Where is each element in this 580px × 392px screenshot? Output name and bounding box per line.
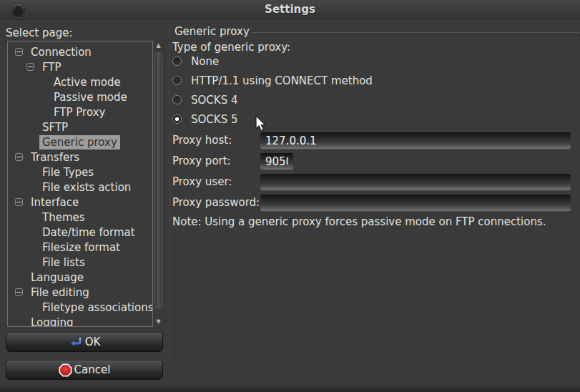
tree-item-passive-mode[interactable]: Passive mode <box>8 89 152 104</box>
radio-button-icon[interactable] <box>172 57 182 66</box>
tree-expander-icon[interactable]: − <box>26 63 34 71</box>
tree-item-label: SFTP <box>39 120 71 134</box>
tree-item-interface[interactable]: − Interface <box>8 195 152 210</box>
tree-item-label: FTP Proxy <box>51 105 108 119</box>
proxy-type-radios: None HTTP/1.1 using CONNECT method SOCKS… <box>170 52 579 129</box>
tree-item-filetype-associations[interactable]: Filetype associations <box>8 300 152 315</box>
tree-expander-icon[interactable]: − <box>15 288 23 296</box>
tree-item-ftp[interactable]: − FTP <box>8 59 152 74</box>
tree-expander-icon[interactable]: − <box>15 198 23 206</box>
tree-item-label: Interface <box>28 195 82 210</box>
tree-item-file-exists-action[interactable]: File exists action <box>8 180 152 195</box>
ok-button-label: OK <box>85 335 101 348</box>
field-label: Proxy password: <box>172 195 260 211</box>
tree-item-label: FTP <box>39 60 64 74</box>
tree-item-logging[interactable]: Logging <box>8 315 152 327</box>
tree-item-transfers[interactable]: − Transfers <box>8 150 152 165</box>
tree-item-ftp-proxy[interactable]: FTP Proxy <box>8 104 152 119</box>
tree-item-label: Filetype associations <box>39 300 153 315</box>
scrollbar-thumb[interactable] <box>154 52 162 308</box>
proxy-password-input[interactable] <box>260 195 571 211</box>
radio-option-label: SOCKS 4 <box>191 94 237 107</box>
tree-item-label: Date/time format <box>39 225 138 240</box>
cancel-button-label: Cancel <box>74 363 111 376</box>
proxy-port-input[interactable] <box>260 153 293 170</box>
group-box-title: Generic proxy <box>170 25 252 38</box>
tree-item-label: Language <box>28 270 87 285</box>
tree-item-label: Transfers <box>28 150 82 165</box>
window-title: Settings <box>0 3 580 16</box>
titlebar[interactable]: Settings <box>0 0 580 20</box>
tree-item-generic-proxy[interactable]: Generic proxy <box>8 134 152 150</box>
ok-button[interactable]: OK <box>6 332 163 352</box>
generic-proxy-panel: Generic proxy Type of generic proxy: Non… <box>169 26 579 363</box>
field-label: Proxy port: <box>172 153 231 170</box>
radio-option-socks-5[interactable]: SOCKS 5 <box>170 109 579 129</box>
radio-option-none[interactable]: None <box>170 52 579 71</box>
select-page-label: Select page: <box>6 26 73 39</box>
scroll-up-icon[interactable]: ▲ <box>154 42 163 49</box>
window-bottom-edge <box>0 386 580 392</box>
tree-expander-icon[interactable]: − <box>15 153 23 161</box>
radio-button-icon[interactable] <box>172 114 182 124</box>
tree-item-sftp[interactable]: SFTP <box>8 119 152 134</box>
tree-item-label: File Types <box>39 165 97 180</box>
tree-scrollbar[interactable]: ▲ ▼ <box>154 41 163 327</box>
tree-item-label: File lists <box>39 255 88 270</box>
cancel-button[interactable]: Cancel <box>6 360 163 380</box>
proxy-user-input[interactable] <box>260 174 571 190</box>
tree-item-filesize-format[interactable]: Filesize format <box>8 240 152 255</box>
tree-item-label: Themes <box>39 210 88 225</box>
form-field-row: Proxy port: <box>170 153 579 170</box>
group-box-border <box>252 32 579 33</box>
tree-item-label: Connection <box>28 45 94 59</box>
tree-item-label: File exists action <box>39 180 134 195</box>
tree-item-label: Passive mode <box>51 90 130 104</box>
form-field-row: Proxy password: <box>170 195 579 211</box>
radio-option-label: None <box>191 55 219 68</box>
tree-item-language[interactable]: Language <box>8 270 152 285</box>
radio-option-http-1-1-using-connect-method[interactable]: HTTP/1.1 using CONNECT method <box>170 71 579 90</box>
radio-button-icon[interactable] <box>172 95 182 104</box>
radio-option-label: HTTP/1.1 using CONNECT method <box>191 74 373 87</box>
scroll-down-icon[interactable]: ▼ <box>154 318 163 325</box>
radio-button-icon[interactable] <box>172 76 182 85</box>
form-field-row: Proxy host: <box>170 132 579 149</box>
tree-item-file-editing[interactable]: − File editing <box>8 285 152 300</box>
page-tree[interactable]: − Connection − FTP Active mode Passive m… <box>7 41 153 327</box>
form-field-row: Proxy user: <box>170 174 579 190</box>
tree-item-file-lists[interactable]: File lists <box>8 255 152 270</box>
tree-item-label: Generic proxy <box>39 135 120 150</box>
tree-item-date-time-format[interactable]: Date/time format <box>8 225 152 240</box>
settings-dialog: Settings Select page: − Connection − FTP… <box>0 0 580 392</box>
tree-item-themes[interactable]: Themes <box>8 210 152 225</box>
radio-option-label: SOCKS 5 <box>191 113 237 126</box>
proxy-note: Note: Using a generic proxy forces passi… <box>172 215 546 228</box>
stop-octagon-icon <box>59 363 72 377</box>
tree-item-label: Active mode <box>51 75 124 89</box>
field-label: Proxy user: <box>172 174 232 190</box>
tree-expander-icon[interactable]: − <box>15 48 23 56</box>
tree-item-active-mode[interactable]: Active mode <box>8 74 152 89</box>
proxy-host-input[interactable] <box>260 132 571 149</box>
tree-item-label: Filesize format <box>39 240 123 255</box>
tree-item-file-types[interactable]: File Types <box>8 165 152 180</box>
return-arrow-icon <box>69 336 83 348</box>
tree-item-label: Logging <box>28 315 77 328</box>
field-label: Proxy host: <box>172 132 232 149</box>
group-box-header: Generic proxy <box>170 25 579 38</box>
tree-item-connection[interactable]: − Connection <box>8 44 152 59</box>
radio-option-socks-4[interactable]: SOCKS 4 <box>170 90 579 109</box>
tree-item-label: File editing <box>28 285 92 300</box>
